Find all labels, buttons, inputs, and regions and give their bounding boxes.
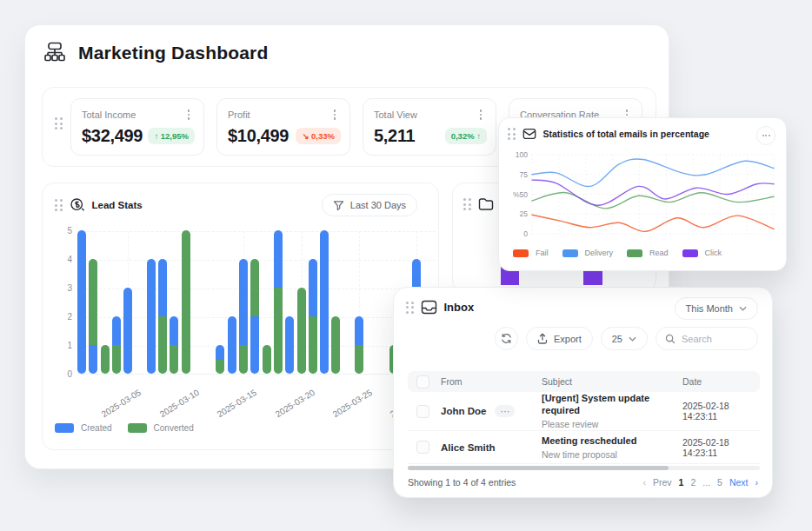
next-page-button[interactable]: Next	[729, 477, 749, 488]
bar	[263, 345, 271, 374]
search-input[interactable]	[682, 334, 749, 344]
stat-label: Profit	[228, 110, 250, 120]
page-number-5[interactable]: 5	[717, 477, 722, 488]
row-checkbox-cell	[408, 441, 437, 454]
table-row[interactable]: John Doe⋯[Urgent] System update required…	[408, 392, 760, 431]
next-page-chevron[interactable]: ›	[755, 477, 759, 488]
page-size-dropdown[interactable]: 25	[601, 327, 648, 350]
y-tick-label: 50	[520, 190, 529, 199]
folder-card-drag-handle[interactable]	[463, 198, 471, 210]
bar	[239, 259, 248, 374]
lead-stats-legend: CreatedConverted	[55, 423, 194, 433]
legend-item[interactable]: Delivery	[562, 249, 614, 257]
folder-icon	[478, 197, 494, 211]
kebab-menu-icon[interactable]	[475, 108, 487, 122]
inbox-table-header: FromSubjectDate	[408, 371, 760, 392]
gridline	[77, 231, 436, 232]
pagination: ‹Prev12...5Next›	[643, 477, 758, 488]
legend-item[interactable]: Read	[627, 249, 669, 257]
lead-stats-filter-button[interactable]: Last 30 Days	[322, 194, 417, 216]
legend-item[interactable]: Created	[55, 423, 112, 433]
legend-swatch	[513, 249, 529, 257]
email-stats-drag-handle[interactable]	[508, 128, 516, 140]
prev-page-chevron[interactable]: ‹	[643, 477, 647, 488]
bar-segment	[216, 345, 224, 360]
y-tick-label: 3	[55, 283, 72, 293]
y-axis-label: %	[513, 190, 520, 199]
stat-value: $10,499	[228, 126, 289, 146]
date-cell: 2025-02-18 14:23:11	[679, 437, 760, 458]
lead-stats-drag-handle[interactable]	[55, 199, 63, 211]
bar-segment	[101, 345, 110, 374]
page-number-1[interactable]: 1	[679, 477, 684, 488]
inbox-period-dropdown[interactable]: This Month	[675, 297, 758, 320]
legend-item[interactable]: Fail	[513, 249, 549, 257]
trend-badge: 0,32% ↑	[445, 128, 487, 144]
legend-item[interactable]: Converted	[128, 423, 194, 433]
line-series-delivery	[532, 159, 774, 187]
email-stats-legend: FailDeliveryReadClick	[513, 249, 722, 257]
bar	[112, 316, 121, 374]
date-cell: 2025-02-18 14:23:11	[679, 401, 760, 421]
bar	[101, 345, 110, 374]
bar-segment	[112, 316, 121, 345]
subject-text: [Urgent] System update required	[542, 392, 676, 416]
subject-cell: [Urgent] System update requiredPlease re…	[538, 392, 679, 430]
legend-swatch	[682, 249, 698, 257]
refresh-button[interactable]	[495, 327, 518, 350]
row-checkbox[interactable]	[416, 441, 429, 454]
stats-drag-handle[interactable]	[55, 117, 63, 129]
stat-card-bottom: $10,499↘ 0,33%	[228, 126, 341, 146]
refresh-icon	[501, 333, 512, 344]
bar	[274, 230, 283, 374]
x-tick-label: 2025-03-20	[273, 388, 316, 419]
kebab-menu-icon[interactable]	[329, 108, 341, 122]
funnel-icon	[333, 200, 344, 211]
from-cell: Alice Smith	[437, 442, 538, 453]
subject-preview: New time proposal	[542, 448, 676, 461]
legend-item[interactable]: Click	[682, 249, 722, 257]
legend-label: Created	[81, 423, 112, 433]
bar-segment	[147, 259, 156, 374]
subject-cell: Meeting rescheduledNew time proposal	[538, 435, 679, 461]
email-stats-line-chart: 1007550250%	[506, 149, 781, 243]
table-row[interactable]: Alice SmithMeeting rescheduledNew time p…	[408, 431, 760, 464]
select-all-checkbox[interactable]	[416, 375, 429, 388]
inbox-footer: Showing 1 to 4 of 4 entries ‹Prev12...5N…	[408, 477, 758, 488]
stat-value: $32,499	[82, 126, 143, 146]
stat-card-top: Total View	[374, 108, 487, 122]
page-size-value: 25	[612, 334, 622, 344]
bar-segment	[309, 316, 317, 374]
subject-text: Meeting rescheduled	[542, 435, 676, 447]
page-number-...[interactable]: ...	[702, 477, 710, 488]
row-actions-button[interactable]: ⋯	[495, 405, 515, 417]
inbox-drag-handle[interactable]	[406, 302, 414, 314]
bar-segment	[170, 316, 178, 345]
legend-swatch	[627, 249, 642, 257]
kebab-menu-icon[interactable]	[183, 108, 195, 122]
line-series-fail	[532, 215, 774, 231]
page-number-2[interactable]: 2	[690, 477, 696, 488]
bar-segment	[309, 259, 317, 316]
bar-segment	[158, 316, 167, 374]
export-button[interactable]: Export	[526, 327, 593, 350]
stat-card-bottom: $32,499↑ 12,95%	[82, 126, 195, 146]
bar	[182, 230, 190, 374]
inbox-period-label: This Month	[686, 303, 733, 314]
prev-page-button[interactable]: Prev	[653, 477, 672, 488]
bar	[297, 288, 306, 374]
scrollbar-thumb[interactable]	[408, 466, 669, 470]
from-cell: John Doe⋯	[437, 405, 538, 417]
lead-stats-filter-label: Last 30 Days	[350, 200, 406, 210]
stat-card: Total View5,2110,32% ↑	[363, 98, 496, 156]
email-stats-more-button[interactable]	[756, 126, 775, 145]
bar	[123, 288, 132, 374]
header-checkbox-cell	[408, 375, 437, 388]
trend-badge: ↑ 12,95%	[148, 128, 195, 144]
row-checkbox[interactable]	[416, 405, 429, 418]
bar-segment	[216, 360, 224, 375]
search-icon	[665, 334, 676, 344]
inbox-title: Inbox	[444, 301, 475, 314]
export-label: Export	[554, 334, 582, 344]
bar	[320, 230, 329, 374]
